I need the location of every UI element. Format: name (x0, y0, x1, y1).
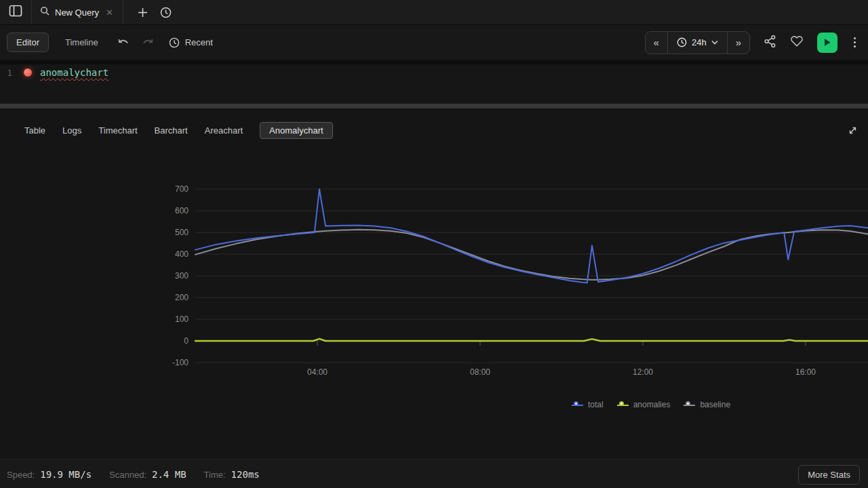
legend-marker-icon (572, 401, 583, 409)
tab-anomalychart[interactable]: Anomalychart (260, 122, 332, 139)
anomaly-chart: 7006005004003002001000-10004:0008:0012:0… (0, 142, 868, 390)
undo-icon (117, 37, 130, 48)
favorite-button[interactable] (790, 35, 804, 50)
editor-mode-button[interactable]: Editor (7, 33, 49, 52)
error-dot-icon (24, 68, 32, 77)
scanned-label: Scanned: (109, 470, 146, 480)
chevrons-right-icon: » (736, 37, 741, 48)
sidebar-panel-icon (9, 5, 22, 20)
redo-icon (142, 37, 154, 48)
speed-stat: Speed: 19.9 MB/s (7, 469, 92, 480)
search-icon (40, 6, 50, 18)
query-tab-title: New Query (55, 7, 99, 18)
tab-barchart[interactable]: Barchart (155, 122, 188, 139)
share-button[interactable] (764, 35, 776, 51)
scanned-value: 2.4 MB (152, 469, 186, 480)
tab-logs[interactable]: Logs (62, 122, 81, 139)
y-axis-label: 400 (175, 249, 189, 259)
y-axis-label: 200 (175, 293, 189, 302)
panel-resize-handle[interactable] (0, 104, 868, 108)
y-axis-label: 300 (175, 271, 189, 281)
expand-icon (847, 125, 859, 136)
time-stat: Time: 120ms (204, 469, 260, 480)
time-range-button[interactable]: 24h (667, 32, 728, 54)
heart-icon (790, 35, 804, 47)
line-number: 1 (0, 68, 12, 78)
top-tab-bar: New Query ✕ (0, 0, 868, 25)
tab-table[interactable]: Table (24, 122, 45, 139)
legend-item-total[interactable]: total (572, 400, 604, 409)
more-stats-button[interactable]: More Stats (798, 465, 860, 485)
clock-icon (160, 7, 172, 18)
tab-areachart[interactable]: Areachart (205, 122, 243, 139)
speed-value: 19.9 MB/s (40, 469, 92, 480)
close-tab-icon[interactable]: ✕ (104, 7, 115, 18)
legend-item-baseline[interactable]: baseline (684, 400, 730, 409)
history-button[interactable] (155, 0, 178, 24)
share-icon (764, 35, 776, 48)
sidebar-toggle-button[interactable] (0, 0, 31, 24)
speed-label: Speed: (7, 470, 35, 480)
series-total-line (195, 189, 868, 283)
x-axis-label: 04:00 (307, 367, 328, 377)
query-tab[interactable]: New Query ✕ (31, 0, 123, 24)
y-axis-label: 0 (184, 336, 189, 346)
series-anomalies-line (195, 339, 868, 341)
time-range-control: « 24h » (645, 31, 750, 54)
redo-button[interactable] (142, 37, 154, 48)
timeline-mode-button[interactable]: Timeline (57, 33, 106, 52)
legend-label: total (588, 400, 604, 409)
run-query-button[interactable] (817, 33, 837, 53)
x-axis-label: 16:00 (795, 367, 816, 377)
y-axis-label: 500 (175, 228, 189, 237)
y-axis-label: -100 (172, 358, 189, 367)
chart-legend: totalanomaliesbaseline (572, 400, 730, 409)
time-range-clock-icon (677, 37, 687, 47)
query-editor[interactable]: 1 anomalychart (0, 64, 868, 104)
scanned-stat: Scanned: 2.4 MB (109, 469, 186, 480)
undo-button[interactable] (117, 37, 130, 48)
x-axis-label: 12:00 (633, 367, 653, 377)
y-axis-label: 600 (175, 206, 189, 216)
legend-label: baseline (700, 400, 730, 409)
recent-clock-icon (169, 37, 180, 48)
more-options-button[interactable] (851, 35, 859, 50)
query-toolbar: Editor Timeline Recent « 24h (0, 25, 868, 60)
y-axis-label: 100 (175, 314, 189, 324)
tab-timechart[interactable]: Timechart (98, 122, 137, 139)
chevrons-left-icon: « (654, 37, 659, 48)
time-back-button[interactable]: « (646, 32, 667, 54)
query-text[interactable]: anomalychart (40, 67, 108, 78)
new-tab-button[interactable] (132, 0, 155, 24)
kebab-icon (854, 37, 856, 39)
expand-chart-button[interactable] (847, 125, 859, 139)
x-axis-label: 08:00 (470, 367, 490, 377)
results-panel: Table Logs Timechart Barchart Areachart … (0, 108, 868, 459)
legend-marker-icon (684, 401, 695, 409)
time-forward-button[interactable]: » (728, 32, 749, 54)
recent-label: Recent (185, 37, 213, 47)
legend-marker-icon (617, 401, 629, 409)
series-baseline-line (195, 230, 868, 280)
time-label: Time: (204, 470, 226, 480)
time-range-value: 24h (692, 37, 707, 47)
y-axis-label: 700 (175, 184, 189, 194)
legend-label: anomalies (633, 400, 671, 409)
status-bar: Speed: 19.9 MB/s Scanned: 2.4 MB Time: 1… (0, 459, 868, 488)
legend-item-anomalies[interactable]: anomalies (617, 400, 671, 409)
recent-button[interactable]: Recent (169, 37, 213, 48)
chart-type-tabs: Table Logs Timechart Barchart Areachart … (0, 108, 868, 139)
time-value: 120ms (231, 469, 260, 480)
plus-icon (138, 7, 148, 18)
play-icon (823, 38, 831, 47)
chevron-down-icon (711, 40, 718, 45)
